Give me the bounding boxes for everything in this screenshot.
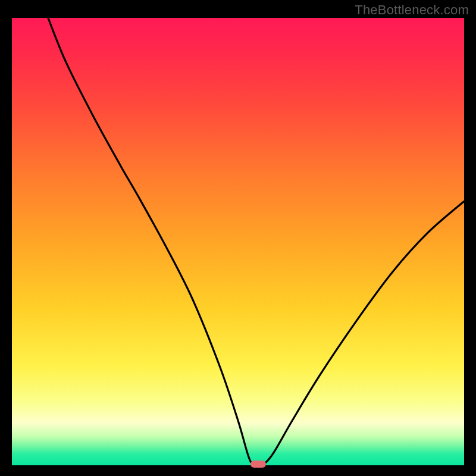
gradient-background	[12, 18, 464, 465]
minimum-marker	[250, 461, 266, 468]
plot-svg	[12, 18, 464, 465]
watermark-text: TheBottleneck.com	[355, 2, 469, 18]
chart-stage: TheBottleneck.com	[0, 0, 476, 476]
plot-area	[12, 18, 464, 465]
